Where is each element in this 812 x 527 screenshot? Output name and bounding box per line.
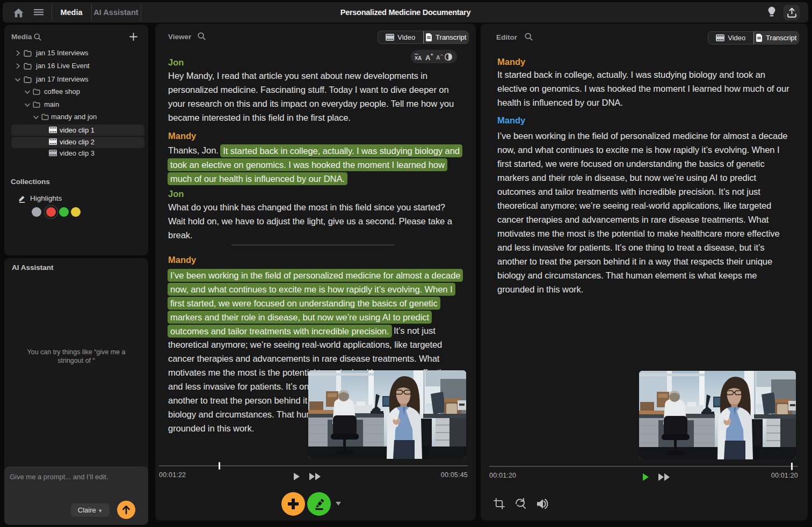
svg-text:A: A <box>418 55 422 61</box>
svg-text:–: – <box>440 53 443 57</box>
svg-text:A: A <box>436 54 440 61</box>
svg-text:+: + <box>431 53 433 57</box>
svg-text:A: A <box>425 54 431 62</box>
